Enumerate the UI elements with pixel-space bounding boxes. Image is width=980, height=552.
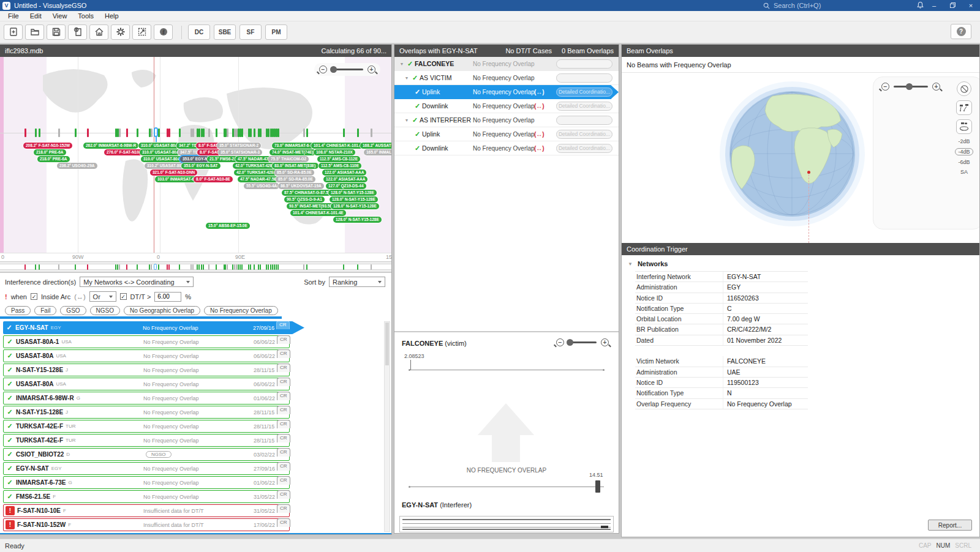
- zoom-out-icon[interactable]: −: [881, 83, 889, 91]
- satellite-label[interactable]: 310.0° USASAT-80A: [140, 149, 182, 155]
- show-links-button[interactable]: [956, 100, 972, 115]
- satellite-label[interactable]: 218.0° PRE-6A: [37, 156, 70, 162]
- network-row[interactable]: ✓ USASAT-80A USA No Frequency Overlap 06…: [3, 378, 290, 390]
- report-button[interactable]: Report...: [928, 520, 972, 531]
- cr-badge[interactable]: CR: [277, 378, 290, 386]
- info-button[interactable]: i: [154, 24, 173, 40]
- menu-item[interactable]: Help: [99, 11, 124, 21]
- satellite-label[interactable]: 112.5° AMS-C8-110E: [318, 163, 361, 169]
- satellite-label[interactable]: 128.0° N-SAT-Y15-128E: [330, 196, 378, 203]
- contour-level-label[interactable]: -4dB: [955, 148, 973, 155]
- filter-pill[interactable]: Pass: [5, 306, 31, 315]
- inside-arc-checkbox[interactable]: ✓: [31, 293, 37, 300]
- satellite-label[interactable]: 353.0° EGY-N-SAT: [181, 163, 221, 169]
- satellite-label[interactable]: 93.5° INSAT-MET(93.5E): [287, 203, 336, 209]
- tool-text-button[interactable]: SBE: [214, 24, 236, 40]
- satellite-label[interactable]: 128.0° N-SAT-Y15-128E: [333, 217, 382, 223]
- list-scrollbar[interactable]: [384, 321, 390, 532]
- cr-badge[interactable]: CR: [277, 462, 290, 471]
- network-row[interactable]: ! F-SAT-N10-10E F Insufficient data for …: [3, 504, 290, 517]
- menu-item[interactable]: View: [47, 11, 73, 21]
- zoom-in-icon[interactable]: +: [601, 338, 609, 346]
- satellite-label[interactable]: 165.0° INMAL-3: [364, 149, 391, 155]
- open-file-button[interactable]: [25, 24, 44, 40]
- orbit-map[interactable]: 208.2° F-SAT-N10-152W218.0° PRE-6A218.0°…: [0, 57, 391, 253]
- network-row[interactable]: ✓ EGY-N-SAT EGY No Frequency Overlap 27/…: [3, 462, 290, 475]
- sort-select[interactable]: Ranking: [329, 277, 385, 287]
- notifications-bell-icon[interactable]: [916, 1, 924, 9]
- satellite-label[interactable]: 85.0° SD-RA-85.0E: [276, 176, 315, 182]
- expander-icon[interactable]: ▼: [398, 62, 405, 66]
- satellite-label[interactable]: 42.0° TURKSAT-42E-F: [234, 170, 280, 176]
- satellite-label[interactable]: 101.4° CHINESAT-K-101.4E: [311, 143, 367, 149]
- detailed-coordination-button[interactable]: Detailed Coordinatio...: [556, 144, 612, 153]
- zoom-in-icon[interactable]: +: [368, 65, 375, 73]
- cr-badge[interactable]: CR: [276, 321, 290, 329]
- satellite-label[interactable]: 15.0° ABS6-EF-15.0E: [206, 223, 250, 229]
- help-button[interactable]: ?: [951, 24, 971, 39]
- filter-pill[interactable]: No Geographic Overlap: [124, 306, 200, 315]
- satellite-label[interactable]: 122.0° ASIASAT-AAA: [323, 176, 368, 182]
- overlap-tree-row[interactable]: ✓ Uplink No Frequency Overlap (↔) Detail…: [394, 127, 619, 141]
- overlap-tree-row[interactable]: ✓ Uplink No Frequency Overlap (↔) Detail…: [394, 85, 619, 99]
- network-row[interactable]: ✓ INMARSAT-6-73E G No Frequency Overlap …: [3, 476, 290, 489]
- satellite-label[interactable]: 310.0° USASAT-80A: [141, 156, 183, 162]
- network-row[interactable]: ✓ CSIOT_NBIOT22 D NGSO 03/02/22 CR: [3, 448, 290, 461]
- satellite-label[interactable]: 8.0° F-SAT-N10-8E: [194, 176, 233, 182]
- cr-badge[interactable]: CR: [277, 406, 290, 414]
- satellite-label[interactable]: 236.2° USO4G-29A: [57, 163, 97, 169]
- filter-pill[interactable]: Fail: [34, 306, 56, 315]
- cr-badge[interactable]: CR: [277, 335, 290, 344]
- new-file-button[interactable]: [4, 24, 23, 40]
- detailed-coordination-button[interactable]: Detailed Coordinatio...: [556, 130, 612, 139]
- satellite-label[interactable]: 321.0° F-SAT-N10-DNN: [150, 170, 197, 176]
- satellite-label[interactable]: 310.2° USASAT-80T: [145, 163, 186, 169]
- network-row[interactable]: ✓ USASAT-80A-1 USA No Frequency Overlap …: [3, 335, 290, 348]
- zoom-in-icon[interactable]: +: [932, 83, 940, 91]
- satellite-label[interactable]: 101.4° CHINESAT-K-101.4E: [290, 210, 346, 216]
- network-row[interactable]: ✓ FMS6-21.5E F No Frequency Overlap 31/0…: [3, 490, 290, 503]
- cr-badge[interactable]: CR: [277, 448, 290, 457]
- satellite-label[interactable]: 87.5° CHINASAT-G-87.5E: [282, 190, 333, 196]
- zoom-slider-knob[interactable]: [567, 339, 573, 346]
- save-button[interactable]: [47, 24, 66, 40]
- dtt-threshold-input[interactable]: [154, 292, 181, 302]
- tool-text-button[interactable]: SF: [239, 24, 262, 40]
- contour-level-label[interactable]: -2dB: [958, 138, 970, 144]
- network-row[interactable]: ✓ USASAT-80A USA No Frequency Overlap 06…: [3, 349, 290, 362]
- tool-text-button[interactable]: PM: [265, 24, 287, 40]
- global-search[interactable]: Search (Ctrl+Q): [763, 0, 821, 11]
- contour-level-label[interactable]: SA: [960, 169, 968, 175]
- cr-badge[interactable]: CR: [277, 490, 290, 499]
- zoom-out-icon[interactable]: −: [556, 338, 564, 346]
- detailed-coordination-button[interactable]: Detailed Coordinatio...: [556, 102, 612, 111]
- network-row[interactable]: ! F-SAT-N10-152W F Insufficient data for…: [3, 518, 290, 531]
- satellite-label[interactable]: 35.0° STATSIONAR-3: [218, 149, 262, 155]
- globe-view[interactable]: − + -2dB-4dB-6dBSA: [622, 73, 979, 243]
- minimize-button[interactable]: –: [925, 0, 943, 11]
- satellite-label[interactable]: 168.2° AUSSAT F 168E: [360, 143, 391, 149]
- cr-badge[interactable]: CR: [277, 476, 290, 485]
- network-row[interactable]: ✓ EGY-N-SAT EGY No Frequency Overlap 27/…: [3, 321, 304, 334]
- zoom-slider-knob[interactable]: [906, 83, 913, 90]
- operator-select[interactable]: Or: [89, 291, 116, 302]
- satellite-label[interactable]: 112.5° AMS-C8-112E: [317, 156, 360, 162]
- satellite-label[interactable]: 127.0° QZ19-DS-44: [326, 183, 366, 189]
- cr-badge[interactable]: CR: [277, 504, 290, 513]
- detailed-coordination-button[interactable]: [556, 73, 612, 83]
- overlap-tree-row[interactable]: ✓ Downlink No Frequency Overlap (↔) Deta…: [394, 141, 619, 155]
- tool-text-button[interactable]: DC: [188, 24, 210, 40]
- satellite-label[interactable]: 128.0° N-SAT-Y15-128E: [328, 190, 377, 196]
- show-footprint-button[interactable]: [956, 119, 972, 134]
- cr-badge[interactable]: CR: [277, 420, 290, 428]
- detailed-coordination-button[interactable]: [556, 59, 612, 69]
- expander-icon[interactable]: ▼: [403, 76, 410, 80]
- menu-item[interactable]: File: [2, 11, 24, 21]
- cr-badge[interactable]: CR: [277, 434, 290, 442]
- zoom-slider[interactable]: [894, 86, 928, 88]
- satellite-label[interactable]: 47.5° NADAR-47.5E: [238, 176, 279, 182]
- satellite-label[interactable]: 86.5° UKDOVSAT-19A: [278, 183, 324, 189]
- satellite-label[interactable]: 262.0° INMARSAT-6-98W-R: [83, 143, 138, 149]
- satellite-label[interactable]: 35.0° STATSIONAR-2: [217, 143, 261, 149]
- menu-item[interactable]: Edit: [24, 11, 47, 21]
